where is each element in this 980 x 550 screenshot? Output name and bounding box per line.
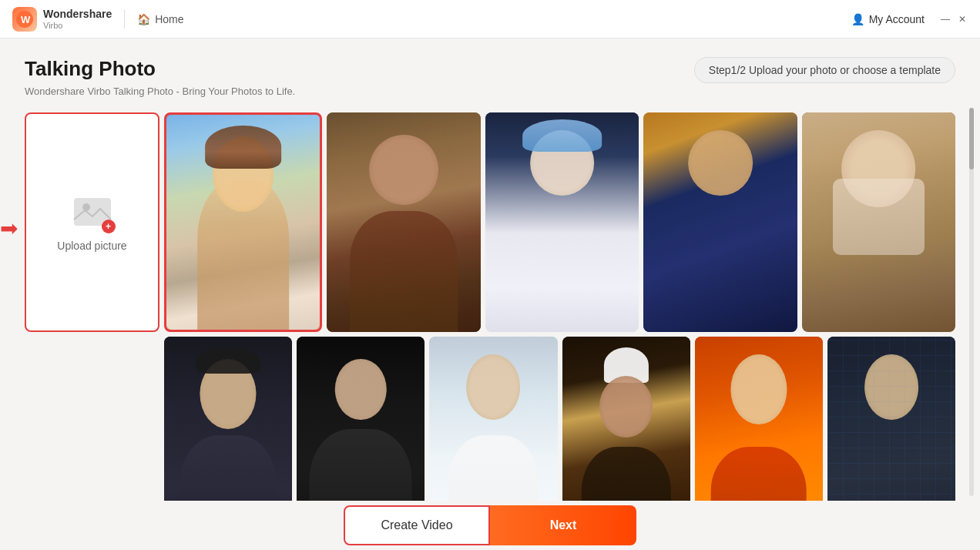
- home-nav-item[interactable]: 🏠 Home: [137, 13, 183, 25]
- photo-item-asian-portrait[interactable]: [643, 112, 797, 332]
- photo-item-anime-boy[interactable]: [164, 112, 322, 332]
- svg-point-3: [82, 203, 90, 211]
- close-button[interactable]: ✕: [957, 14, 968, 25]
- titlebar-right: 👤 My Account — ✕: [851, 13, 968, 25]
- photo-item-wizard[interactable]: [802, 112, 955, 332]
- account-icon: 👤: [851, 13, 864, 25]
- scrollbar-thumb[interactable]: [969, 108, 974, 169]
- home-icon: 🏠: [137, 13, 150, 25]
- svg-text:W: W: [21, 14, 31, 25]
- window-controls: — ✕: [940, 14, 968, 25]
- app-logo-icon: W: [12, 7, 37, 32]
- page-header: Talking Photo Wondershare Virbo Talking …: [25, 57, 955, 97]
- next-button[interactable]: Next: [490, 505, 636, 545]
- create-video-button[interactable]: Create Video: [344, 505, 490, 545]
- account-label: My Account: [869, 13, 925, 25]
- arrow-indicator: ➡: [0, 216, 18, 241]
- upload-label: Upload picture: [57, 240, 126, 252]
- step-badge: Step1/2 Upload your photo or choose a te…: [694, 57, 955, 83]
- home-label: Home: [155, 13, 183, 25]
- app-name-block: Wondershare Virbo: [43, 8, 112, 30]
- upload-icon-wrapper: +: [72, 193, 112, 230]
- nav-divider: [124, 10, 125, 29]
- page-title: Talking Photo: [25, 57, 295, 81]
- main-content: Talking Photo Wondershare Virbo Talking …: [0, 39, 980, 550]
- plus-badge: +: [102, 220, 116, 233]
- titlebar-left: W Wondershare Virbo 🏠 Home: [12, 7, 184, 32]
- logo-area: W Wondershare Virbo: [12, 7, 112, 32]
- photo-item-bluehair[interactable]: [485, 112, 639, 332]
- photo-grid-wrapper: + Upload picture: [25, 112, 955, 550]
- page-title-block: Talking Photo Wondershare Virbo Talking …: [25, 57, 295, 97]
- minimize-button[interactable]: —: [940, 14, 951, 25]
- titlebar: W Wondershare Virbo 🏠 Home 👤 My Account …: [0, 0, 980, 39]
- app-subname: Virbo: [43, 21, 112, 30]
- photo-item-monk[interactable]: [327, 112, 480, 332]
- photo-grid: [164, 112, 955, 550]
- photo-row-1: [164, 112, 955, 332]
- app-name: Wondershare: [43, 8, 112, 21]
- bottom-bar: Create Video Next: [0, 501, 980, 550]
- page-subtitle: Wondershare Virbo Talking Photo - Bring …: [25, 86, 295, 97]
- scrollbar-track[interactable]: [969, 108, 974, 496]
- upload-card[interactable]: + Upload picture: [25, 112, 159, 332]
- my-account-button[interactable]: 👤 My Account: [851, 13, 925, 25]
